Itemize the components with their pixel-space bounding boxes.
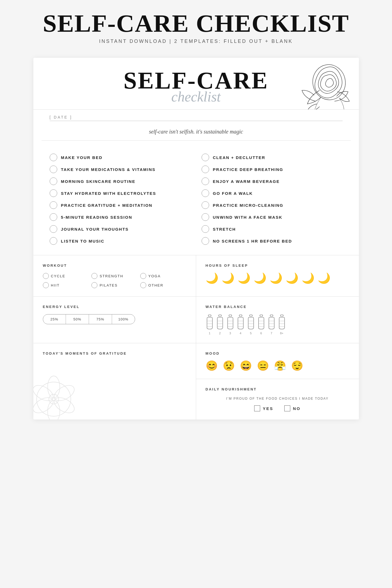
quote-text: self-care isn't selfish. it's sustainabl… bbox=[33, 129, 359, 140]
energy-100[interactable]: 100% bbox=[112, 314, 135, 324]
mood-angry[interactable]: 😤 bbox=[274, 361, 286, 371]
check-circle-16[interactable] bbox=[202, 237, 209, 245]
check-label-13: PRACTICE MICRO-CLEANING bbox=[213, 203, 283, 208]
list-item: STAY HYDRATED WITH ELECTROLYTES bbox=[50, 187, 191, 199]
list-item: TAKE YOUR MEDICATIONS & VITAMINS bbox=[50, 163, 191, 175]
check-circle-14[interactable] bbox=[202, 213, 209, 221]
card-script-title: checklist bbox=[50, 90, 343, 104]
check-label-6: 5-MINUTE READING SESSION bbox=[61, 215, 132, 220]
check-label-11: ENJOY A WARM BEVERAGE bbox=[213, 179, 280, 184]
check-circle-10[interactable] bbox=[202, 166, 209, 173]
mood-neutral[interactable]: 😑 bbox=[257, 361, 269, 371]
bottle-7[interactable]: 7 bbox=[267, 314, 276, 335]
sleep-moons: 🌙 🌙 🌙 🌙 🌙 🌙 🌙 🌙 bbox=[206, 273, 349, 283]
energy-50[interactable]: 50% bbox=[66, 314, 89, 324]
mood-content[interactable]: 😌 bbox=[291, 361, 303, 371]
bottle-1[interactable]: 1 bbox=[206, 314, 214, 335]
check-circle-6[interactable] bbox=[50, 213, 57, 221]
no-label: NO bbox=[293, 406, 301, 411]
check-label-5: PRACTICE GRATITUDE + MEDITATION bbox=[61, 203, 152, 208]
mood-sad[interactable]: 😟 bbox=[223, 361, 235, 371]
workout-title: WORKOUT bbox=[43, 263, 186, 268]
check-circle-1[interactable] bbox=[50, 154, 57, 161]
no-checkbox[interactable] bbox=[284, 405, 290, 411]
moon-5[interactable]: 🌙 bbox=[270, 273, 282, 283]
energy-title: ENERGY LEVEL bbox=[43, 305, 186, 309]
check-circle-15[interactable] bbox=[202, 225, 209, 233]
check-circle-2[interactable] bbox=[50, 166, 57, 173]
mood-section: MOOD 😊 😟 😄 😑 😤 😌 bbox=[196, 343, 359, 379]
nourishment-title: DAILY NOURISHMENT bbox=[206, 387, 349, 391]
bottle-label-4: 4 bbox=[240, 332, 241, 335]
bottle-5[interactable]: 5 bbox=[247, 314, 255, 335]
svg-rect-29 bbox=[281, 315, 283, 316]
workout-pilates: PILATES bbox=[91, 282, 138, 288]
sleep-section: HOURS OF SLEEP 🌙 🌙 🌙 🌙 🌙 🌙 🌙 🌙 bbox=[196, 255, 359, 297]
mood-grin[interactable]: 😄 bbox=[240, 361, 252, 371]
moon-2[interactable]: 🌙 bbox=[222, 273, 234, 283]
check-circle-8[interactable] bbox=[50, 237, 57, 245]
bottle-label-6: 6 bbox=[260, 332, 262, 335]
workout-circle-yoga[interactable] bbox=[140, 273, 146, 279]
check-label-10: PRACTICE DEEP BREATHING bbox=[213, 167, 283, 172]
list-item: 5-MINUTE READING SESSION bbox=[50, 211, 191, 223]
checklist-section: MAKE YOUR BED TAKE YOUR MEDICATIONS & VI… bbox=[33, 141, 359, 255]
energy-75[interactable]: 75% bbox=[89, 314, 112, 324]
workout-circle-pilates[interactable] bbox=[91, 282, 97, 288]
yes-option: YES bbox=[254, 405, 273, 411]
moon-7[interactable]: 🌙 bbox=[302, 273, 314, 283]
svg-rect-17 bbox=[250, 315, 252, 316]
energy-section: ENERGY LEVEL 25% 50% 75% 100% bbox=[33, 297, 196, 343]
check-label-15: STRETCH bbox=[213, 227, 236, 231]
workout-strength: STRENGTH bbox=[91, 273, 138, 279]
check-label-9: CLEAN + DECLUTTER bbox=[213, 155, 266, 160]
workout-circle-strength[interactable] bbox=[91, 273, 97, 279]
workout-circle-other[interactable] bbox=[140, 282, 146, 288]
list-item: PRACTICE GRATITUDE + MEDITATION bbox=[50, 199, 191, 211]
workout-yoga: YOGA bbox=[140, 273, 186, 279]
workout-label-cycle: CYCLE bbox=[51, 274, 65, 278]
moon-8[interactable]: 🌙 bbox=[318, 273, 330, 283]
check-circle-9[interactable] bbox=[202, 154, 209, 161]
check-circle-7[interactable] bbox=[50, 225, 57, 233]
bottle-2[interactable]: 2 bbox=[216, 314, 224, 335]
svg-rect-25 bbox=[270, 315, 273, 316]
mood-happy[interactable]: 😊 bbox=[206, 361, 218, 371]
check-label-3: MORNING SKINCARE ROUTINE bbox=[61, 179, 136, 184]
workout-circle-hiit[interactable] bbox=[43, 282, 49, 288]
bottle-6[interactable]: 6 bbox=[257, 314, 265, 335]
moon-1[interactable]: 🌙 bbox=[206, 273, 218, 283]
moon-6[interactable]: 🌙 bbox=[286, 273, 298, 283]
bottle-3[interactable]: 3 bbox=[226, 314, 234, 335]
bottle-4[interactable]: 4 bbox=[237, 314, 245, 335]
list-item: LISTEN TO MUSIC bbox=[50, 235, 191, 247]
bottle-8[interactable]: 8+ bbox=[278, 314, 286, 335]
check-circle-12[interactable] bbox=[202, 189, 209, 197]
workout-label-hiit: HIIT bbox=[51, 283, 60, 287]
yes-no-row: YES NO bbox=[206, 405, 349, 411]
check-circle-13[interactable] bbox=[202, 201, 209, 209]
water-section: WATER BALANCE 1 bbox=[196, 297, 359, 343]
checklist-right: CLEAN + DECLUTTER PRACTICE DEEP BREATHIN… bbox=[202, 151, 343, 247]
check-circle-11[interactable] bbox=[202, 177, 209, 185]
yes-checkbox[interactable] bbox=[254, 405, 260, 411]
list-item: MORNING SKINCARE ROUTINE bbox=[50, 175, 191, 187]
check-label-8: LISTEN TO MUSIC bbox=[61, 239, 105, 243]
svg-rect-21 bbox=[260, 315, 263, 316]
moon-4[interactable]: 🌙 bbox=[254, 273, 266, 283]
list-item: ENJOY A WARM BEVERAGE bbox=[202, 175, 343, 187]
bottom-grid: WORKOUT CYCLE STRENGTH YOGA HIIT bbox=[33, 255, 359, 419]
gratitude-section: TODAY'S MOMENTS OF GRATITUDE bbox=[33, 343, 196, 419]
right-column: MOOD 😊 😟 😄 😑 😤 😌 DAILY NOURISHMENT I'M P… bbox=[196, 343, 359, 419]
workout-other: OTHER bbox=[140, 282, 186, 288]
moon-3[interactable]: 🌙 bbox=[238, 273, 250, 283]
check-label-16: NO SCREENS 1 HR BEFORE BED bbox=[213, 239, 292, 243]
bottle-label-8: 8+ bbox=[280, 332, 283, 335]
check-label-4: STAY HYDRATED WITH ELECTROLYTES bbox=[61, 191, 156, 196]
bottle-label-7: 7 bbox=[270, 332, 272, 335]
check-circle-3[interactable] bbox=[50, 177, 57, 185]
workout-circle-cycle[interactable] bbox=[43, 273, 49, 279]
check-circle-4[interactable] bbox=[50, 189, 57, 197]
check-circle-5[interactable] bbox=[50, 201, 57, 209]
energy-25[interactable]: 25% bbox=[43, 314, 66, 324]
